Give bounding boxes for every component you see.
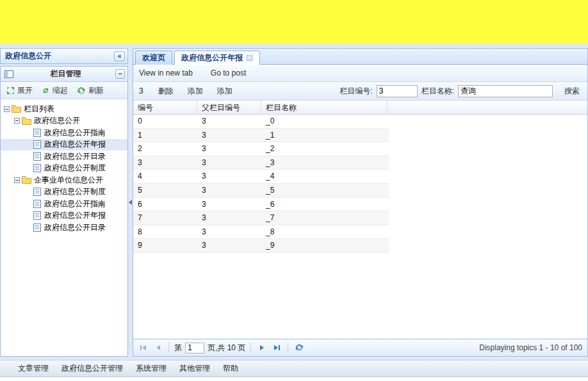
go-to-post-button[interactable]: Go to post [211,69,246,77]
sidebar-title: 政府信息公开 [5,51,114,61]
first-page-icon[interactable] [137,342,149,353]
tab-strip: 欢迎页 政府信息公开年报 × [133,49,587,65]
grid-body: 0 3 _0 1 3 _1 2 3 _2 3 3 _3 [133,115,587,339]
next-page-icon[interactable] [256,342,268,353]
grid-toolbar: 3 删除 添加 添加 栏目编号: 栏目名称: 搜索 [133,82,587,101]
tree-node-leaf-selected[interactable]: 政府信息公开年报 [1,139,127,151]
cell-id: 6 [133,198,197,211]
table-row[interactable]: 0 3 _0 [133,115,389,129]
sidebar-collapse-button[interactable]: « [114,51,125,61]
tree-refresh-button[interactable]: 刷新 [74,84,107,97]
tab-welcome[interactable]: 欢迎页 [135,51,172,65]
cell-id: 7 [133,211,197,225]
tree-expander-icon[interactable] [13,118,21,124]
tree-node-root[interactable]: 栏目列表 [1,103,127,115]
table-row[interactable]: 1 3 _1 [133,129,389,143]
menu-system-management[interactable]: 系统管理 [129,361,173,376]
cell-id: 9 [133,239,197,252]
delete-button[interactable]: 删除 [152,85,179,98]
tab-annual-report[interactable]: 政府信息公开年报 × [174,51,260,65]
cell-id: 2 [133,142,197,156]
toolbar-separator [168,343,169,353]
cell-id: 8 [133,225,197,239]
cell-parent-id: 3 [197,142,261,156]
last-page-icon[interactable] [271,342,282,353]
menu-article-management[interactable]: 文章管理 [12,361,55,376]
panel-splitter[interactable] [128,48,133,357]
table-row[interactable]: 5 3 _5 [133,184,389,198]
tree-node-label: 政府信息公开制度 [44,163,110,174]
tree-node-label: 政府信息公开制度 [44,186,110,197]
tree-node-label: 栏目列表 [24,104,58,115]
content-region: 政府信息公开 « 栏目管理 − [0,48,588,357]
toolbar-separator [288,343,288,353]
cell-name: _2 [261,142,388,156]
tree-node-leaf[interactable]: 政府信息公开制度 [1,186,127,199]
sidebar: 政府信息公开 « 栏目管理 − [0,48,128,357]
view-in-new-tab-button[interactable]: View in new tab [139,69,193,77]
add-button-1[interactable]: 添加 [182,85,209,98]
tree-node-folder[interactable]: 政府信息公开 [1,115,127,127]
document-icon [31,140,42,149]
menu-help[interactable]: 帮助 [216,361,245,376]
cell-parent-id: 3 [197,184,261,197]
tree-node-label: 政府信息公开 [34,115,84,126]
tree-node-leaf[interactable]: 政府信息公开目录 [1,222,127,234]
expand-all-button[interactable]: 展开 [3,84,36,97]
tree-node-leaf[interactable]: 政府信息公开年报 [1,210,127,222]
paging-toolbar: 第 页,共 10 页 [133,339,587,356]
tree-node-leaf[interactable]: 政府信息公开指南 [1,127,127,139]
cell-parent-id: 3 [197,170,261,183]
cell-name: _9 [261,239,388,252]
layout-icon [3,70,14,78]
tree-node-label: 政府信息公开指南 [44,127,110,138]
search-button[interactable]: 搜索 [562,85,582,98]
tree-node-label: 企事业单位信息公开 [34,175,107,186]
column-id-input[interactable] [377,85,418,97]
panel-minimize-button[interactable]: − [115,69,125,79]
tab-close-icon[interactable]: × [246,54,253,61]
cell-id: 0 [133,115,197,128]
menu-gov-info-management[interactable]: 政府信息公开管理 [55,361,129,376]
tree: 栏目列表 政府信息公开 政府信息公开指南 [1,99,127,356]
tree-toolbar: 展开 缩起 [1,82,127,99]
tree-node-label: 政府信息公开目录 [44,222,110,233]
column-name-input[interactable] [458,85,553,97]
splitter-collapse-icon[interactable] [129,200,132,205]
cell-parent-id: 3 [197,198,261,211]
table-row[interactable]: 3 3 _3 [133,156,389,170]
refresh-icon[interactable] [293,342,305,353]
column-header-id[interactable]: 编号 [133,101,197,114]
previous-page-icon[interactable] [152,342,163,353]
tree-node-leaf[interactable]: 政府信息公开目录 [1,150,127,163]
column-header-name[interactable]: 栏目名称 [261,101,388,114]
column-header-filler [388,101,587,114]
table-row[interactable]: 6 3 _6 [133,198,389,212]
top-banner [0,0,588,44]
table-row[interactable]: 7 3 _7 [133,211,389,225]
column-header-parent-id[interactable]: 父栏目编号 [197,101,261,114]
bottom-strip [0,378,588,381]
column-id-label: 栏目编号: [339,86,372,97]
tree-node-folder[interactable]: 企事业单位信息公开 [1,174,127,186]
document-icon [31,211,42,220]
page-number-input[interactable] [185,343,204,353]
selected-column-id: 3 [139,86,143,95]
tree-node-leaf[interactable]: 政府信息公开制度 [1,163,127,175]
tree-node-leaf[interactable]: 政府信息公开指南 [1,198,127,210]
menu-other-management[interactable]: 其他管理 [173,361,216,376]
folder-icon [21,117,32,125]
tree-expander-icon[interactable] [3,106,11,112]
folder-icon [11,105,22,113]
collapse-all-label: 缩起 [53,85,68,96]
cell-parent-id: 3 [197,239,261,252]
tree-expander-icon[interactable] [13,177,21,183]
table-row[interactable]: 4 3 _4 [133,170,389,184]
table-row[interactable]: 2 3 _2 [133,142,389,156]
table-row[interactable]: 9 3 _9 [133,239,389,253]
collapse-all-button[interactable]: 缩起 [38,84,71,97]
add-button-2[interactable]: 添加 [211,85,238,98]
column-management-panel: 栏目管理 − 展开 [0,66,128,357]
cell-name: _4 [261,170,388,183]
table-row[interactable]: 8 3 _8 [133,225,389,239]
